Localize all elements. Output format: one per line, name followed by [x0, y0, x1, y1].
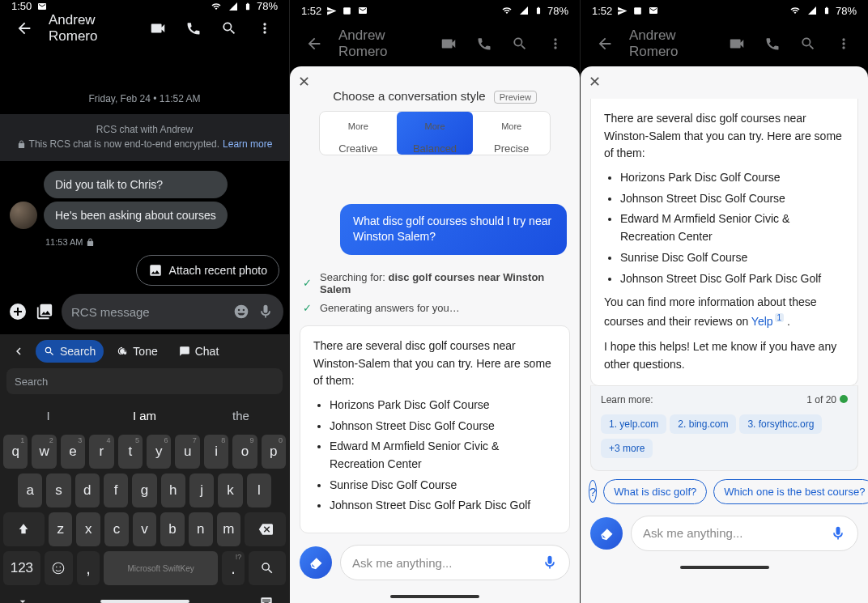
- mic-icon[interactable]: [542, 554, 558, 571]
- voice-call-button[interactable]: [177, 12, 210, 45]
- kb-search-field[interactable]: Search: [6, 368, 283, 394]
- overflow-menu-button[interactable]: [249, 12, 281, 45]
- key-h[interactable]: h: [161, 473, 185, 507]
- avatar[interactable]: [10, 202, 37, 229]
- key-f[interactable]: f: [104, 473, 128, 507]
- key-z[interactable]: z: [49, 512, 73, 546]
- video-call-button[interactable]: [432, 28, 465, 60]
- overflow-menu-button[interactable]: [539, 28, 572, 60]
- followup-row: ? What is disc golf? Which one is the be…: [581, 471, 868, 504]
- source-chip[interactable]: 1. yelp.com: [601, 414, 666, 434]
- backspace-key[interactable]: [245, 512, 286, 546]
- nav-pill[interactable]: [390, 595, 479, 598]
- message-bubble[interactable]: He's been asking about courses: [44, 202, 228, 229]
- status-time: 1:50: [11, 0, 32, 12]
- add-button[interactable]: [8, 299, 28, 324]
- followup-chip[interactable]: Which one is the best course?: [713, 479, 868, 504]
- emoji-key[interactable]: [45, 551, 73, 585]
- key-j[interactable]: j: [189, 473, 214, 507]
- gallery-button[interactable]: [36, 299, 53, 324]
- suggestion[interactable]: I: [0, 399, 96, 431]
- compose-input[interactable]: [62, 294, 283, 329]
- space-key[interactable]: Microsoft SwiftKey: [104, 551, 218, 585]
- new-topic-button[interactable]: [300, 546, 332, 579]
- shift-key[interactable]: [3, 512, 45, 546]
- key-d[interactable]: d: [75, 473, 100, 507]
- yelp-link[interactable]: Yelp: [751, 315, 773, 328]
- key-u[interactable]: u7: [175, 435, 199, 469]
- period-key[interactable]: .!?: [222, 551, 245, 585]
- enter-key[interactable]: [249, 551, 286, 585]
- nav-pill[interactable]: [680, 566, 769, 569]
- attach-photo-chip[interactable]: Attach recent photo: [136, 255, 279, 286]
- followup-chip[interactable]: What is disc golf?: [603, 479, 707, 504]
- key-r[interactable]: r4: [89, 435, 113, 469]
- ask-input[interactable]: Ask me anything...: [340, 545, 570, 580]
- new-topic-button[interactable]: [590, 517, 623, 550]
- mic-icon[interactable]: [830, 525, 846, 541]
- message-bubble[interactable]: Did you talk to Chris?: [44, 171, 228, 198]
- kb-collapse-button[interactable]: [6, 344, 31, 359]
- signal-icon: [806, 6, 818, 15]
- key-e[interactable]: e3: [61, 435, 85, 469]
- key-l[interactable]: l: [247, 473, 271, 507]
- back-button[interactable]: [8, 12, 40, 45]
- source-chip[interactable]: 2. bing.com: [670, 414, 736, 434]
- key-t[interactable]: t5: [118, 435, 143, 469]
- search-button[interactable]: [792, 28, 824, 60]
- video-call-button[interactable]: [142, 12, 174, 45]
- key-g[interactable]: g: [132, 473, 156, 507]
- key-v[interactable]: v: [133, 512, 157, 546]
- source-chip[interactable]: +3 more: [601, 439, 653, 458]
- mic-icon[interactable]: [257, 304, 274, 320]
- kb-tab-search[interactable]: Search: [36, 340, 104, 363]
- search-button[interactable]: [213, 12, 245, 45]
- style-balanced[interactable]: MoreBalanced: [397, 112, 474, 155]
- key-b[interactable]: b: [160, 512, 185, 546]
- help-icon[interactable]: ?: [589, 480, 597, 503]
- key-k[interactable]: k: [218, 473, 242, 507]
- source-chip[interactable]: 3. forsythcc.org: [739, 414, 822, 434]
- back-button[interactable]: [589, 28, 621, 60]
- nav-down-icon[interactable]: [16, 595, 29, 603]
- key-y[interactable]: y6: [147, 435, 171, 469]
- nav-pill[interactable]: [100, 600, 189, 603]
- key-p[interactable]: p0: [262, 435, 286, 469]
- close-button[interactable]: ✕: [298, 73, 310, 91]
- answer-card: There are several disc golf courses near…: [300, 325, 570, 533]
- compose-field[interactable]: [71, 305, 225, 319]
- symbols-key[interactable]: 123: [3, 551, 40, 585]
- key-q[interactable]: q1: [3, 435, 28, 469]
- key-c[interactable]: c: [104, 512, 129, 546]
- style-precise[interactable]: MorePrecise: [473, 112, 550, 155]
- close-button[interactable]: ✕: [589, 73, 601, 91]
- key-i[interactable]: i8: [204, 435, 228, 469]
- screen-bing-2: 1:52 78% Andrew Romero ✕ There are sever…: [580, 0, 868, 603]
- style-creative[interactable]: MoreCreative: [320, 112, 397, 155]
- key-x[interactable]: x: [76, 512, 100, 546]
- citation-badge[interactable]: 1: [775, 313, 785, 322]
- key-m[interactable]: m: [217, 512, 241, 546]
- key-s[interactable]: s: [46, 473, 70, 507]
- kb-switch-icon[interactable]: [260, 595, 273, 603]
- kb-tab-tone[interactable]: Tone: [108, 340, 165, 363]
- overflow-menu-button[interactable]: [828, 28, 860, 60]
- ask-input[interactable]: Ask me anything...: [631, 516, 858, 551]
- suggestion[interactable]: I am: [96, 399, 193, 431]
- emoji-icon[interactable]: [233, 304, 249, 320]
- key-w[interactable]: w2: [32, 435, 56, 469]
- key-a[interactable]: a: [18, 473, 42, 507]
- search-button[interactable]: [504, 28, 536, 60]
- kb-tab-chat[interactable]: Chat: [171, 340, 228, 363]
- user-message: What disc golf courses should I try near…: [340, 204, 567, 255]
- video-call-button[interactable]: [721, 28, 753, 60]
- suggestion[interactable]: the: [193, 399, 289, 431]
- back-button[interactable]: [298, 28, 330, 60]
- learn-more-link[interactable]: Learn more: [223, 137, 272, 151]
- comma-key[interactable]: ,: [77, 551, 100, 585]
- voice-call-button[interactable]: [756, 28, 789, 60]
- key-o[interactable]: o9: [232, 435, 257, 469]
- voice-call-button[interactable]: [468, 28, 500, 60]
- key-n[interactable]: n: [189, 512, 213, 546]
- answer-list-item: Johnson Street Disc Golf Course: [330, 418, 556, 435]
